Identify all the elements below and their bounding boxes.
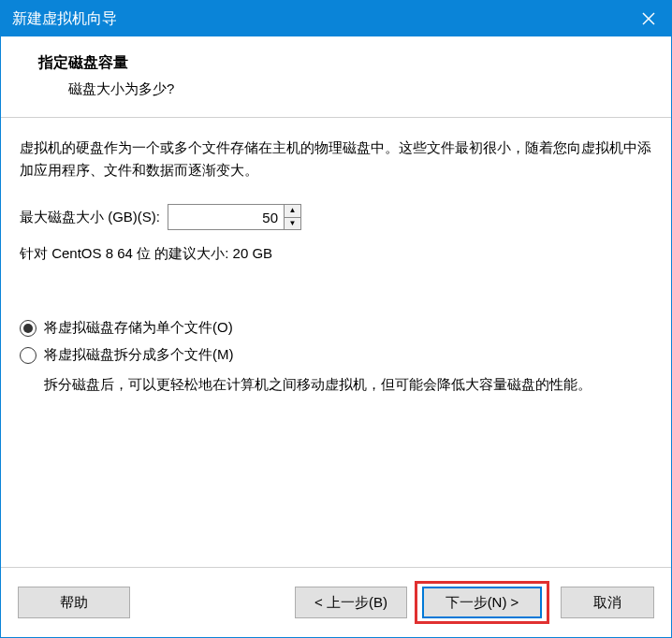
titlebar: 新建虚拟机向导	[1, 1, 671, 36]
spinner-down-button[interactable]: ▼	[285, 218, 300, 230]
close-button[interactable]	[626, 1, 671, 36]
page-subtitle: 磁盘大小为多少?	[68, 80, 652, 98]
disk-size-input[interactable]	[168, 205, 284, 229]
recommended-size-text: 针对 CentOS 8 64 位 的建议大小: 20 GB	[20, 245, 652, 263]
disk-size-row: 最大磁盘大小 (GB)(S): ▲ ▼	[20, 204, 652, 230]
description-text: 虚拟机的硬盘作为一个或多个文件存储在主机的物理磁盘中。这些文件最初很小，随着您向…	[20, 137, 652, 181]
radio-split-label: 将虚拟磁盘拆分成多个文件(M)	[44, 346, 234, 364]
spinner-buttons: ▲ ▼	[284, 205, 300, 229]
split-note-text: 拆分磁盘后，可以更轻松地在计算机之间移动虚拟机，但可能会降低大容量磁盘的性能。	[44, 373, 652, 396]
radio-single-label: 将虚拟磁盘存储为单个文件(O)	[44, 319, 233, 337]
radio-split-files[interactable]: 将虚拟磁盘拆分成多个文件(M)	[20, 346, 652, 364]
help-button[interactable]: 帮助	[18, 587, 130, 618]
radio-single-file[interactable]: 将虚拟磁盘存储为单个文件(O)	[20, 319, 652, 337]
disk-storage-radio-group: 将虚拟磁盘存储为单个文件(O) 将虚拟磁盘拆分成多个文件(M) 拆分磁盘后，可以…	[20, 319, 652, 396]
wizard-header: 指定磁盘容量 磁盘大小为多少?	[1, 36, 671, 118]
wizard-footer: 帮助 < 上一步(B) 下一步(N) > 取消	[1, 567, 671, 637]
next-button[interactable]: 下一步(N) >	[422, 587, 542, 618]
wizard-content: 虚拟机的硬盘作为一个或多个文件存储在主机的物理磁盘中。这些文件最初很小，随着您向…	[1, 118, 671, 567]
cancel-button[interactable]: 取消	[561, 587, 654, 618]
window-title: 新建虚拟机向导	[12, 9, 117, 29]
radio-icon	[20, 320, 37, 337]
page-title: 指定磁盘容量	[38, 53, 652, 73]
wizard-window: 新建虚拟机向导 指定磁盘容量 磁盘大小为多少? 虚拟机的硬盘作为一个或多个文件存…	[0, 0, 672, 638]
spinner-up-button[interactable]: ▲	[285, 205, 300, 218]
radio-icon	[20, 347, 37, 364]
disk-size-label: 最大磁盘大小 (GB)(S):	[20, 209, 160, 226]
close-icon	[642, 12, 655, 25]
back-button[interactable]: < 上一步(B)	[295, 587, 407, 618]
next-button-highlight: 下一步(N) >	[415, 581, 549, 624]
disk-size-spinner: ▲ ▼	[168, 204, 301, 230]
